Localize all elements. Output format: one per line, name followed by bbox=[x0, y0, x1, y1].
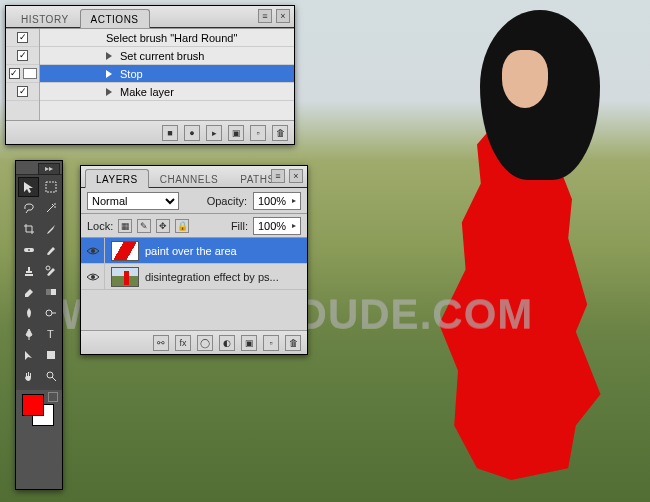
lock-pixels-icon[interactable]: ✎ bbox=[137, 219, 151, 233]
swap-colors-icon[interactable] bbox=[48, 392, 58, 402]
layer-style-button[interactable]: fx bbox=[175, 335, 191, 351]
layers-footer: ⚯ fx ◯ ◐ ▣ ▫ 🗑 bbox=[81, 330, 307, 354]
actions-list: ✓ ✓ ✓ ✓ Select brush "Hard Round" Set cu… bbox=[6, 28, 294, 122]
color-swatches bbox=[16, 390, 62, 436]
actions-footer: ■ ● ▸ ▣ ▫ 🗑 bbox=[6, 120, 294, 144]
svg-point-5 bbox=[46, 310, 52, 316]
panel-menu-button[interactable]: ≡ bbox=[271, 169, 285, 183]
crop-tool[interactable] bbox=[18, 219, 39, 239]
expand-icon bbox=[106, 88, 112, 96]
lock-label: Lock: bbox=[87, 220, 113, 232]
eyedropper-tool[interactable] bbox=[40, 219, 61, 239]
svg-rect-0 bbox=[46, 182, 56, 192]
action-label: Stop bbox=[120, 68, 143, 80]
new-set-button[interactable]: ▣ bbox=[228, 125, 244, 141]
hand-tool[interactable] bbox=[18, 366, 39, 386]
trash-button[interactable]: 🗑 bbox=[272, 125, 288, 141]
expand-icon bbox=[106, 52, 112, 60]
expand-icon bbox=[106, 70, 112, 78]
svg-text:T: T bbox=[47, 328, 54, 340]
action-label: Select brush "Hard Round" bbox=[106, 32, 237, 44]
layer-name: disintegration effect by ps... bbox=[145, 271, 307, 283]
tools-panel: ▸▸ T bbox=[15, 160, 63, 490]
visibility-toggle[interactable] bbox=[81, 264, 105, 290]
action-label: Set current brush bbox=[120, 50, 204, 62]
path-select-tool[interactable] bbox=[18, 345, 39, 365]
panel-close-button[interactable]: × bbox=[289, 169, 303, 183]
layer-row[interactable]: paint over the area bbox=[81, 238, 307, 264]
svg-point-2 bbox=[46, 266, 50, 270]
fill-label: Fill: bbox=[231, 220, 248, 232]
svg-point-9 bbox=[91, 249, 95, 253]
record-button[interactable]: ● bbox=[184, 125, 200, 141]
panel-menu-button[interactable]: ≡ bbox=[258, 9, 272, 23]
wand-tool[interactable] bbox=[40, 198, 61, 218]
brush-tool[interactable] bbox=[40, 240, 61, 260]
photo-subject bbox=[420, 10, 610, 480]
actions-tabbar: HISTORY ACTIONS ≡ × bbox=[6, 6, 294, 28]
layer-row[interactable]: disintegration effect by ps... bbox=[81, 264, 307, 290]
new-action-button[interactable]: ▫ bbox=[250, 125, 266, 141]
lasso-tool[interactable] bbox=[18, 198, 39, 218]
action-item[interactable]: Set current brush bbox=[40, 47, 294, 65]
eye-icon bbox=[86, 246, 100, 256]
lock-position-icon[interactable]: ✥ bbox=[156, 219, 170, 233]
adjustment-layer-button[interactable]: ◐ bbox=[219, 335, 235, 351]
shape-tool[interactable] bbox=[40, 345, 61, 365]
history-brush-tool[interactable] bbox=[40, 261, 61, 281]
blur-tool[interactable] bbox=[18, 303, 39, 323]
opacity-label: Opacity: bbox=[207, 195, 247, 207]
layers-panel: ◂◂ LAYERS CHANNELS PATHS ≡ × Normal Opac… bbox=[80, 165, 308, 355]
eraser-tool[interactable] bbox=[18, 282, 39, 302]
action-check-2[interactable]: ✓ bbox=[9, 68, 20, 79]
layer-thumbnail[interactable] bbox=[111, 267, 139, 287]
type-tool[interactable]: T bbox=[40, 324, 61, 344]
action-check-3[interactable]: ✓ bbox=[17, 86, 28, 97]
action-modal-2[interactable] bbox=[23, 68, 37, 79]
layer-name: paint over the area bbox=[145, 245, 307, 257]
tab-layers[interactable]: LAYERS bbox=[85, 169, 149, 188]
panel-close-button[interactable]: × bbox=[276, 9, 290, 23]
stamp-tool[interactable] bbox=[18, 261, 39, 281]
layers-tabbar: LAYERS CHANNELS PATHS ≡ × bbox=[81, 166, 307, 188]
tools-collapse-button[interactable]: ▸▸ bbox=[38, 163, 60, 175]
new-layer-button[interactable]: ▫ bbox=[263, 335, 279, 351]
tab-actions[interactable]: ACTIONS bbox=[80, 9, 150, 28]
actions-panel: ◂◂ HISTORY ACTIONS ≡ × ✓ ✓ ✓ ✓ Select br… bbox=[5, 5, 295, 145]
move-tool[interactable] bbox=[18, 177, 39, 197]
gradient-tool[interactable] bbox=[40, 282, 61, 302]
healing-tool[interactable] bbox=[18, 240, 39, 260]
marquee-tool[interactable] bbox=[40, 177, 61, 197]
stop-button[interactable]: ■ bbox=[162, 125, 178, 141]
layer-group-button[interactable]: ▣ bbox=[241, 335, 257, 351]
svg-point-10 bbox=[91, 275, 95, 279]
blend-mode-select[interactable]: Normal bbox=[87, 192, 179, 210]
zoom-tool[interactable] bbox=[40, 366, 61, 386]
foreground-color-swatch[interactable] bbox=[22, 394, 44, 416]
layer-list: paint over the area disintegration effec… bbox=[81, 238, 307, 290]
tab-channels[interactable]: CHANNELS bbox=[149, 169, 229, 188]
action-item[interactable]: Select brush "Hard Round" bbox=[40, 29, 294, 47]
action-item[interactable]: Make layer bbox=[40, 83, 294, 101]
layer-mask-button[interactable]: ◯ bbox=[197, 335, 213, 351]
layer-thumbnail[interactable] bbox=[111, 241, 139, 261]
link-layers-button[interactable]: ⚯ bbox=[153, 335, 169, 351]
delete-layer-button[interactable]: 🗑 bbox=[285, 335, 301, 351]
lock-all-icon[interactable]: 🔒 bbox=[175, 219, 189, 233]
pen-tool[interactable] bbox=[18, 324, 39, 344]
fill-input[interactable]: 100%▸ bbox=[253, 217, 301, 235]
visibility-toggle[interactable] bbox=[81, 238, 105, 264]
lock-transparency-icon[interactable]: ▦ bbox=[118, 219, 132, 233]
eye-icon bbox=[86, 272, 100, 282]
action-check-1[interactable]: ✓ bbox=[17, 50, 28, 61]
play-button[interactable]: ▸ bbox=[206, 125, 222, 141]
dodge-tool[interactable] bbox=[40, 303, 61, 323]
svg-rect-4 bbox=[46, 289, 51, 295]
action-label: Make layer bbox=[120, 86, 174, 98]
action-item[interactable]: Stop bbox=[40, 65, 294, 83]
action-check-0[interactable]: ✓ bbox=[17, 32, 28, 43]
tab-history[interactable]: HISTORY bbox=[10, 9, 80, 28]
svg-rect-7 bbox=[47, 351, 55, 359]
opacity-input[interactable]: 100%▸ bbox=[253, 192, 301, 210]
